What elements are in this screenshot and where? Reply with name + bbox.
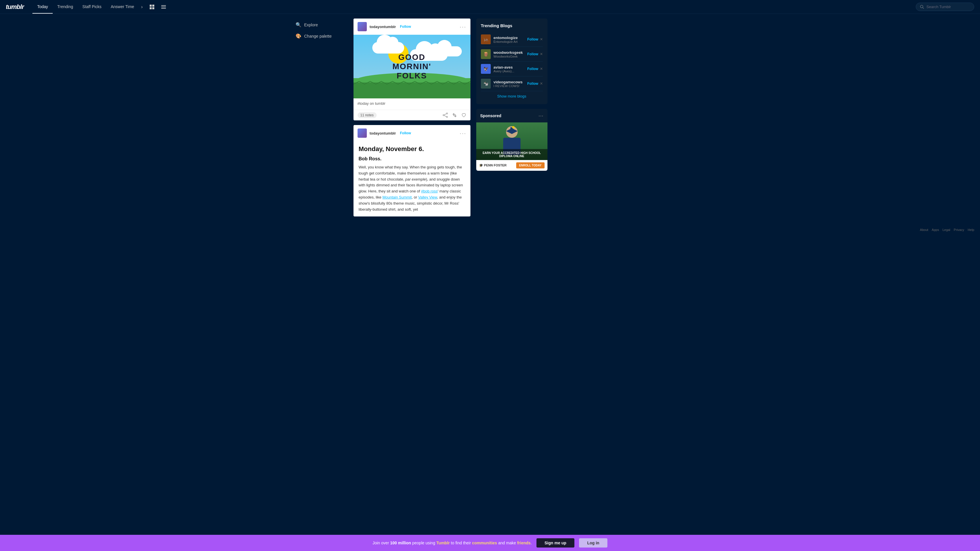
post-avatar-2 — [358, 129, 367, 138]
post-footer-1: 11 notes — [353, 110, 471, 121]
link-valley-view[interactable]: Valley View — [418, 195, 437, 199]
blog-actions-woodworksgeek: Follow × — [527, 51, 542, 57]
search-input[interactable] — [926, 5, 970, 9]
logo[interactable]: tumblr — [6, 3, 24, 11]
post-header-1: todayontumblr Follow ··· — [353, 19, 471, 35]
trending-blog-videogamecows: 🐄 videogamecows I REVIEW COWS! Follow × — [481, 76, 543, 91]
grid-view-icon[interactable] — [147, 2, 157, 11]
svg-line-13 — [444, 116, 446, 117]
nav-item-today[interactable]: Today — [32, 0, 52, 14]
post-image-text-1: GOOD MORNIN' FOLKS — [383, 53, 441, 81]
footer-link-privacy[interactable]: Privacy — [954, 228, 964, 232]
post-actions-1 — [443, 113, 466, 118]
blog-avatar-videogamecows: 🐄 — [481, 79, 491, 89]
main-layout: 🔍 Explore 🎨 Change palette todayontumblr… — [288, 14, 693, 226]
link-bob-ross[interactable]: #bob ross — [421, 189, 438, 193]
post-follow-btn-1[interactable]: Follow — [400, 25, 411, 29]
svg-point-7 — [920, 5, 923, 8]
feed: todayontumblr Follow ··· — [351, 14, 473, 226]
blog-close-btn-woodworksgeek[interactable]: × — [540, 52, 542, 56]
list-view-icon[interactable] — [159, 2, 168, 11]
blog-follow-btn-woodworksgeek[interactable]: Follow — [527, 51, 538, 57]
post-subtitle-2: Bob Ross. — [359, 156, 465, 162]
post-author-1[interactable]: todayontumblr — [370, 25, 396, 29]
link-mountain-summit[interactable]: Mountain Summit — [382, 195, 412, 199]
nav-item-staff-picks[interactable]: Staff Picks — [78, 0, 106, 14]
ad-overlay-text: EARN YOUR ACCREDITED HIGH SCHOOL DIPLOMA… — [476, 149, 547, 160]
blog-name-woodworksgeek[interactable]: woodworksgeek — [494, 50, 525, 55]
blog-desc-avian-aves: Avery (Aves)... — [494, 70, 525, 73]
blog-info-videogamecows: videogamecows I REVIEW COWS! — [494, 80, 525, 88]
blog-actions-entomologize: Follow × — [527, 37, 542, 42]
nav-item-answer-time[interactable]: Answer Time — [106, 0, 139, 14]
sponsored-title: Sponsored — [480, 113, 501, 118]
footer-link-apps[interactable]: Apps — [932, 228, 939, 232]
footer-link-about[interactable]: About — [920, 228, 929, 232]
blog-avatar-woodworksgeek: 🪵 — [481, 49, 491, 59]
post-more-2[interactable]: ··· — [460, 130, 466, 136]
svg-text:🦅: 🦅 — [483, 67, 488, 71]
post-author-2[interactable]: todayontumblr — [370, 131, 396, 135]
post-content-2: Well, you know what they say. When the g… — [359, 164, 465, 213]
post-card-1: todayontumblr Follow ··· — [353, 19, 471, 121]
blog-name-videogamecows[interactable]: videogamecows — [494, 80, 525, 84]
post-follow-btn-2[interactable]: Follow — [400, 131, 411, 135]
signup-button[interactable]: Sign me up — [536, 538, 574, 548]
blog-close-btn-avian-aves[interactable]: × — [540, 67, 542, 71]
ad-cta-button[interactable]: ENROLL TODAY — [516, 162, 544, 168]
sidebar-right: Trending Blogs 🦗 entomologize Entomologi… — [473, 14, 551, 226]
sponsored-header: Sponsored ··· — [476, 109, 547, 122]
sidebar-item-change-palette[interactable]: 🎨 Change palette — [292, 31, 347, 41]
trending-blog-woodworksgeek: 🪵 woodworksgeek WoodworksGeek Follow × — [481, 47, 543, 62]
blog-close-btn-entomologize[interactable]: × — [540, 37, 542, 42]
post-text-body-2: Monday, November 6. Bob Ross. Well, you … — [353, 141, 471, 216]
banner-text: Join over 100 million people using Tumbl… — [372, 541, 532, 545]
sidebar-left: 🔍 Explore 🎨 Change palette — [288, 14, 351, 226]
post-more-1[interactable]: ··· — [460, 24, 466, 30]
blog-follow-btn-avian-aves[interactable]: Follow — [527, 66, 538, 72]
svg-rect-6 — [161, 8, 166, 9]
footer-link-legal[interactable]: Legal — [942, 228, 950, 232]
blog-actions-avian-aves: Follow × — [527, 66, 542, 72]
banner-tumblr: Tumblr — [436, 541, 450, 545]
show-more-blogs-link[interactable]: Show more blogs — [481, 91, 543, 100]
svg-rect-2 — [150, 7, 152, 9]
blog-close-btn-videogamecows[interactable]: × — [540, 81, 542, 86]
svg-point-10 — [443, 114, 444, 116]
trending-blog-avian-aves: 🦅 avian-aves Avery (Aves)... Follow × — [481, 62, 543, 76]
footer-link-help[interactable]: Help — [967, 228, 974, 232]
svg-line-12 — [444, 114, 446, 115]
blog-actions-videogamecows: Follow × — [527, 81, 542, 87]
blog-desc-videogamecows: I REVIEW COWS! — [494, 84, 525, 88]
login-button[interactable]: Log in — [579, 538, 608, 548]
banner-communities: communities — [472, 541, 497, 545]
ad-image: EARN YOUR ACCREDITED HIGH SCHOOL DIPLOMA… — [476, 122, 547, 160]
blog-follow-btn-videogamecows[interactable]: Follow — [527, 81, 538, 87]
share-btn-1[interactable] — [443, 113, 448, 118]
reblog-btn-1[interactable] — [452, 113, 457, 118]
svg-text:🐄: 🐄 — [483, 81, 488, 86]
post-header-2: todayontumblr Follow ··· — [353, 125, 471, 141]
svg-rect-4 — [161, 5, 166, 6]
search-icon — [920, 5, 924, 9]
footer-links: About Apps Legal Privacy Help — [0, 226, 980, 234]
main-nav: Today Trending Staff Picks Answer Time › — [32, 0, 916, 14]
ad-footer: 🎓 PENN FOSTER ENROLL TODAY — [476, 160, 547, 171]
blog-name-avian-aves[interactable]: avian-aves — [494, 65, 525, 70]
blog-name-entomologize[interactable]: entomologize — [494, 36, 525, 40]
blog-avatar-avian-aves: 🦅 — [481, 64, 491, 74]
nav-item-trending[interactable]: Trending — [53, 0, 78, 14]
blog-info-woodworksgeek: woodworksgeek WoodworksGeek — [494, 50, 525, 58]
post-image-1: GOOD MORNIN' FOLKS — [353, 35, 471, 98]
like-btn-1[interactable] — [461, 113, 466, 118]
sidebar-item-explore[interactable]: 🔍 Explore — [292, 20, 347, 30]
grass-svg — [353, 80, 471, 86]
post-image-content-1: GOOD MORNIN' FOLKS — [353, 35, 471, 98]
blog-follow-btn-entomologize[interactable]: Follow — [527, 37, 538, 42]
notes-count-1[interactable]: 11 notes — [358, 112, 377, 118]
sponsored-more-btn[interactable]: ··· — [538, 112, 543, 119]
blog-desc-entomologize: Entomologize Art — [494, 40, 525, 43]
search-bar[interactable] — [916, 3, 974, 11]
nav-more-chevron[interactable]: › — [139, 0, 145, 14]
cloud-1 — [372, 42, 404, 54]
